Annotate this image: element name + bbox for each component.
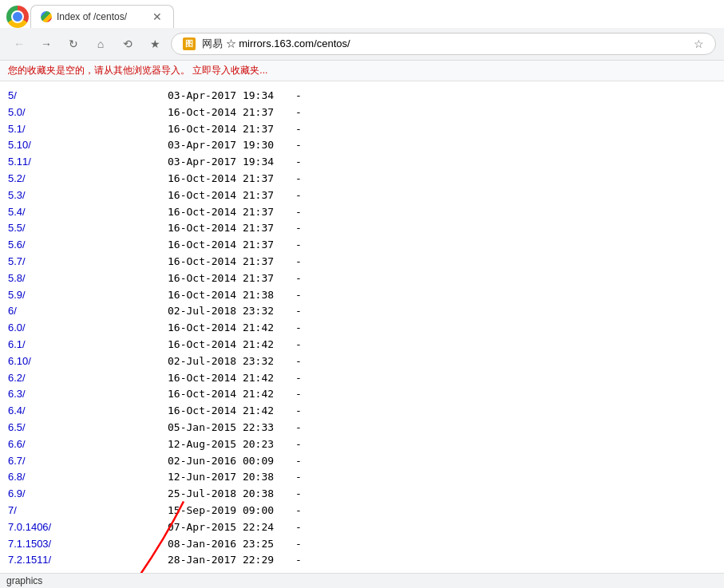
table-row: 5.5/ 16-Oct-2014 21:37 -	[8, 220, 716, 237]
table-row: 6.3/ 16-Oct-2014 21:42 -	[8, 386, 716, 403]
tab-favicon	[41, 11, 52, 22]
home-button[interactable]: ⌂	[89, 33, 112, 55]
file-link[interactable]: 5.4/	[8, 204, 168, 221]
file-date: 03-Apr-2017 19:34	[168, 154, 295, 171]
table-row: 6.2/ 16-Oct-2014 21:42 -	[8, 370, 716, 387]
back-button[interactable]: ←	[8, 33, 30, 55]
file-size: -	[295, 270, 302, 287]
file-link[interactable]: 6.7/	[8, 453, 168, 470]
file-link[interactable]: 5.11/	[8, 154, 168, 171]
table-row: 5.6/ 16-Oct-2014 21:37 -	[8, 237, 716, 254]
file-link[interactable]: 5.9/	[8, 287, 168, 304]
file-size: -	[295, 469, 302, 486]
table-row: 7.1.1503/ 08-Jan-2016 23:25 -	[8, 536, 716, 553]
file-date: 16-Oct-2014 21:42	[168, 337, 295, 353]
file-link[interactable]: 6.3/	[8, 386, 168, 403]
browser-chrome: Index of /centos/ ✕ ← → ↻ ⌂ ⟲ ★ 图 网易 ☆ m…	[0, 0, 724, 81]
file-size: -	[295, 353, 302, 370]
file-link[interactable]: 5.2/	[8, 171, 168, 187]
file-date: 16-Oct-2014 21:37	[168, 220, 295, 237]
file-date: 12-Aug-2015 20:23	[168, 436, 295, 453]
file-link[interactable]: 6.2/	[8, 370, 168, 387]
tab-close-button[interactable]: ✕	[151, 10, 164, 23]
nav-bar: ← → ↻ ⌂ ⟲ ★ 图 网易 ☆ mirrors.163.com/cento…	[0, 28, 724, 61]
tab-title: Index of /centos/	[57, 11, 146, 22]
file-link[interactable]: 5.7/	[8, 254, 168, 270]
file-date: 07-Apr-2015 22:24	[168, 519, 295, 536]
file-date: 16-Oct-2014 21:37	[168, 254, 295, 270]
file-size: -	[295, 237, 302, 254]
file-date: 16-Oct-2014 21:38	[168, 287, 295, 304]
file-link[interactable]: 6.9/	[8, 486, 168, 503]
table-row: 6.5/ 05-Jan-2015 22:33 -	[8, 420, 716, 436]
import-bookmarks-link[interactable]: 立即导入收藏夹...	[192, 65, 267, 76]
file-link[interactable]: 7/	[8, 503, 168, 519]
file-link[interactable]: 5.5/	[8, 220, 168, 237]
file-link[interactable]: 6.6/	[8, 436, 168, 453]
file-link[interactable]: 6.0/	[8, 320, 168, 337]
file-size: -	[295, 137, 302, 154]
file-link[interactable]: 6.4/	[8, 403, 168, 420]
file-date: 12-Jun-2017 20:38	[168, 469, 295, 486]
file-size: -	[295, 536, 302, 553]
file-link[interactable]: 7.0.1406/	[8, 519, 168, 536]
file-date: 16-Oct-2014 21:37	[168, 105, 295, 121]
status-bar: graphics	[0, 573, 724, 588]
table-row: 5.0/ 16-Oct-2014 21:37 -	[8, 105, 716, 121]
table-row: 5.8/ 16-Oct-2014 21:37 -	[8, 270, 716, 287]
file-link[interactable]: 7.1.1503/	[8, 536, 168, 553]
table-row: 5.9/ 16-Oct-2014 21:38 -	[8, 287, 716, 304]
file-size: -	[295, 386, 302, 403]
file-link[interactable]: 6.5/	[8, 420, 168, 436]
file-date: 05-Jan-2015 22:33	[168, 420, 295, 436]
file-link[interactable]: 5.1/	[8, 121, 168, 138]
page-content: 5/ 03-Apr-2017 19:34 -5.0/ 16-Oct-2014 2…	[0, 81, 724, 588]
file-size: -	[295, 187, 302, 204]
tab-bar: Index of /centos/ ✕	[0, 0, 724, 28]
file-date: 16-Oct-2014 21:42	[168, 320, 295, 337]
file-size: -	[295, 204, 302, 221]
file-link[interactable]: 5.6/	[8, 237, 168, 254]
table-row: 5.2/ 16-Oct-2014 21:37 -	[8, 171, 716, 187]
file-link[interactable]: 6/	[8, 303, 168, 320]
file-date: 03-Apr-2017 19:34	[168, 88, 295, 105]
file-link[interactable]: 6.1/	[8, 337, 168, 353]
file-link[interactable]: 6.8/	[8, 469, 168, 486]
file-date: 16-Oct-2014 21:37	[168, 204, 295, 221]
reload-button[interactable]: ↻	[62, 33, 85, 55]
table-row: 6.7/ 02-Jun-2016 00:09 -	[8, 453, 716, 470]
file-date: 02-Jul-2018 23:32	[168, 303, 295, 320]
table-row: 6.8/ 12-Jun-2017 20:38 -	[8, 469, 716, 486]
file-link[interactable]: 5/	[8, 88, 168, 105]
table-row: 5.7/ 16-Oct-2014 21:37 -	[8, 254, 716, 270]
file-link[interactable]: 5.3/	[8, 187, 168, 204]
address-text: 网易 ☆ mirrors.163.com/centos/	[202, 37, 687, 51]
file-link[interactable]: 5.8/	[8, 270, 168, 287]
file-date: 08-Jan-2016 23:25	[168, 536, 295, 553]
forward-button[interactable]: →	[35, 33, 57, 55]
bookmarks-bar: 您的收藏夹是空的，请从其他浏览器导入。 立即导入收藏夹...	[0, 61, 724, 81]
file-link[interactable]: 6.10/	[8, 353, 168, 370]
file-link[interactable]: 7.2.1511/	[8, 552, 168, 569]
browser-logo	[6, 6, 29, 28]
active-tab[interactable]: Index of /centos/ ✕	[30, 5, 174, 28]
file-size: -	[295, 420, 302, 436]
file-size: -	[295, 552, 302, 569]
file-link[interactable]: 5.0/	[8, 105, 168, 121]
bookmark-star[interactable]: ☆	[694, 37, 704, 50]
file-link[interactable]: 5.10/	[8, 137, 168, 154]
file-list: 5/ 03-Apr-2017 19:34 -5.0/ 16-Oct-2014 2…	[8, 88, 716, 588]
file-size: -	[295, 337, 302, 353]
table-row: 6/ 02-Jul-2018 23:32 -	[8, 303, 716, 320]
file-date: 03-Apr-2017 19:30	[168, 137, 295, 154]
file-size: -	[295, 403, 302, 420]
file-size: -	[295, 121, 302, 138]
file-date: 16-Oct-2014 21:42	[168, 403, 295, 420]
file-size: -	[295, 105, 302, 121]
table-row: 5.4/ 16-Oct-2014 21:37 -	[8, 204, 716, 221]
history-back-button[interactable]: ⟲	[117, 33, 139, 55]
file-date: 16-Oct-2014 21:37	[168, 171, 295, 187]
address-bar[interactable]: 图 网易 ☆ mirrors.163.com/centos/ ☆	[171, 33, 716, 55]
bookmark-star-nav[interactable]: ★	[144, 33, 166, 55]
table-row: 7.0.1406/ 07-Apr-2015 22:24 -	[8, 519, 716, 536]
